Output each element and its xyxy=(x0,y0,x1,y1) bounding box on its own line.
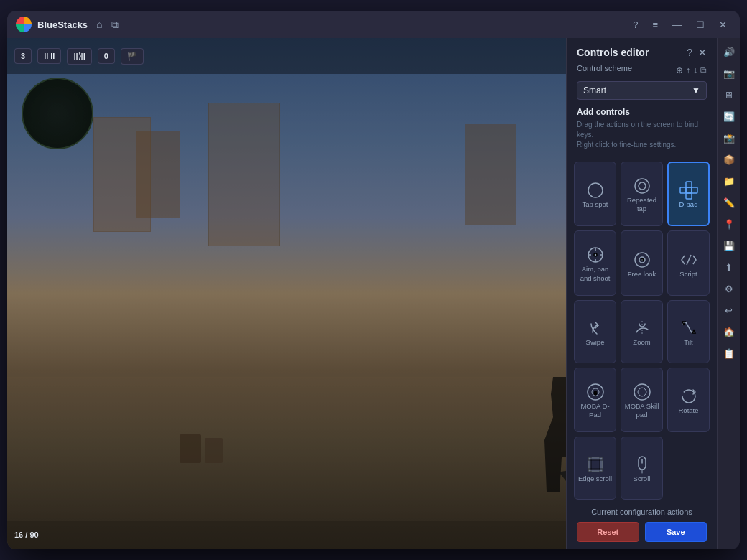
svg-point-0 xyxy=(588,183,603,197)
free-look-label: Free look xyxy=(628,270,656,279)
panel-header-icons: ? ✕ xyxy=(687,47,707,58)
svg-rect-3 xyxy=(686,182,692,187)
scheme-new-icon[interactable]: ⊕ xyxy=(676,65,683,75)
sidebar-clipboard-icon[interactable]: 📋 xyxy=(720,344,738,363)
script-icon xyxy=(679,250,699,270)
moba-d-pad-label: MOBA D-Pad xyxy=(577,402,613,420)
close-button[interactable]: ✕ xyxy=(715,18,731,32)
hud-timer: II II xyxy=(37,48,61,64)
svg-point-24 xyxy=(634,384,650,400)
sidebar-edit-icon[interactable]: ✏️ xyxy=(720,193,738,212)
control-moba-skill-pad[interactable]: MOBA Skill pad xyxy=(621,368,663,432)
sidebar-folder-icon[interactable]: 📁 xyxy=(720,172,738,190)
add-controls-title: Add controls xyxy=(577,107,707,117)
svg-text:6: 6 xyxy=(594,390,597,395)
hud-flag: 🏴 xyxy=(121,48,144,65)
tilt-label: Tilt xyxy=(684,338,692,347)
svg-point-16 xyxy=(641,258,643,261)
repeated-tap-icon xyxy=(632,176,652,196)
control-scheme-section: Control scheme ⊕ ↑ ↓ ⧉ Smart ▼ xyxy=(567,64,717,107)
help-icon[interactable]: ? xyxy=(628,18,642,32)
free-look-icon xyxy=(632,250,652,270)
right-sidebar: 🔊 📷 🖥 🔄 📸 📦 📁 ✏️ 📍 💾 ⬆ ⚙ ↩ 🏠 📋 xyxy=(717,38,740,549)
script-label: Script xyxy=(679,270,697,279)
control-script[interactable]: Script xyxy=(667,230,710,295)
tap-spot-icon xyxy=(585,180,606,200)
sidebar-settings-icon[interactable]: ⚙ xyxy=(720,279,738,298)
control-aim-pan-shoot[interactable]: Aim, pan and shoot xyxy=(574,230,616,295)
minimize-button[interactable]: — xyxy=(668,18,686,32)
moba-d-pad-icon: 6 xyxy=(585,382,606,402)
scheme-dropdown-arrow: ▼ xyxy=(692,85,700,95)
scheme-copy-icon[interactable]: ⧉ xyxy=(700,65,707,75)
control-edge-scroll[interactable]: Edge scroll xyxy=(574,437,616,500)
hud-kills: ||⟩|| xyxy=(67,48,91,65)
scroll-icon xyxy=(632,454,652,475)
sidebar-package-icon[interactable]: 📦 xyxy=(720,150,738,169)
save-button[interactable]: Save xyxy=(645,522,707,542)
control-tilt[interactable]: Tilt xyxy=(667,300,710,363)
svg-rect-29 xyxy=(588,457,603,460)
sidebar-pin-icon[interactable]: 📍 xyxy=(720,215,738,233)
panel-help-icon[interactable]: ? xyxy=(687,47,692,58)
sidebar-camera-icon[interactable]: 📷 xyxy=(720,64,738,83)
control-free-look[interactable]: Free look xyxy=(621,230,663,295)
svg-rect-5 xyxy=(680,187,686,193)
menu-icon[interactable]: ≡ xyxy=(648,18,662,32)
hud-score-1: 3 xyxy=(14,48,32,64)
control-repeated-tap[interactable]: Repeated tap xyxy=(621,162,663,226)
svg-line-17 xyxy=(687,255,691,265)
app-brand: BlueStacks xyxy=(37,19,88,30)
controls-panel: Controls editor ? ✕ Control scheme ⊕ ↑ ↓… xyxy=(566,38,717,549)
ammo-count: 16 / 90 xyxy=(14,531,39,539)
sidebar-upload-icon[interactable]: ⬆ xyxy=(720,258,738,276)
rotate-icon xyxy=(679,386,699,406)
swipe-label: Swipe xyxy=(586,338,605,347)
sidebar-back-icon[interactable]: ↩ xyxy=(720,301,738,319)
reset-button[interactable]: Reset xyxy=(577,522,639,542)
sidebar-volume-icon[interactable]: 🔊 xyxy=(720,42,738,61)
svg-rect-4 xyxy=(686,193,692,199)
window-controls: ? ≡ — ☐ ✕ xyxy=(628,18,731,32)
swipe-icon xyxy=(585,318,606,338)
svg-point-2 xyxy=(639,182,646,190)
sidebar-screenshot-icon[interactable]: 📸 xyxy=(720,129,738,147)
control-moba-d-pad[interactable]: 6 MOBA D-Pad xyxy=(574,368,616,432)
panel-footer: Current configuration actions Reset Save xyxy=(567,500,717,549)
sidebar-sync-icon[interactable]: 🔄 xyxy=(720,107,738,126)
control-zoom[interactable]: Zoom xyxy=(621,300,663,363)
sidebar-display-icon[interactable]: 🖥 xyxy=(720,85,738,104)
scroll-label: Scroll xyxy=(634,475,651,483)
control-scroll[interactable]: Scroll xyxy=(621,437,663,500)
repeated-tap-label: Repeated tap xyxy=(624,196,659,214)
scheme-import-icon[interactable]: ↓ xyxy=(693,65,697,75)
tap-spot-label: Tap spot xyxy=(583,200,608,209)
zoom-label: Zoom xyxy=(633,338,650,347)
maximize-button[interactable]: ☐ xyxy=(692,18,709,32)
control-rotate[interactable]: Rotate xyxy=(667,368,710,432)
scheme-select[interactable]: Smart ▼ xyxy=(577,81,707,100)
home-icon[interactable]: ⌂ xyxy=(96,19,102,31)
panel-title: Controls editor xyxy=(577,47,649,58)
svg-point-25 xyxy=(682,390,695,403)
zoom-icon xyxy=(632,318,652,338)
aim-pan-shoot-icon xyxy=(585,245,606,265)
rotate-label: Rotate xyxy=(679,406,699,415)
title-bar-nav-icons: ⌂ ⧉ xyxy=(96,19,118,31)
scheme-value: Smart xyxy=(583,85,606,95)
svg-rect-7 xyxy=(686,187,692,193)
d-pad-label: D-pad xyxy=(679,200,698,209)
panel-close-icon[interactable]: ✕ xyxy=(698,47,707,58)
sidebar-home-icon[interactable]: 🏠 xyxy=(720,322,738,341)
control-d-pad[interactable]: D-pad xyxy=(667,162,710,226)
svg-rect-6 xyxy=(692,187,697,193)
svg-rect-30 xyxy=(588,469,603,472)
control-tap-spot[interactable]: Tap spot xyxy=(574,162,616,226)
scheme-export-icon[interactable]: ↑ xyxy=(686,65,690,75)
add-controls-desc: Drag the actions on the screen to bind k… xyxy=(577,120,707,150)
add-controls-section: Add controls Drag the actions on the scr… xyxy=(567,107,717,162)
svg-point-1 xyxy=(635,179,649,193)
control-swipe[interactable]: Swipe xyxy=(574,300,616,363)
copy-icon[interactable]: ⧉ xyxy=(111,19,119,31)
sidebar-save-icon[interactable]: 💾 xyxy=(720,236,738,255)
